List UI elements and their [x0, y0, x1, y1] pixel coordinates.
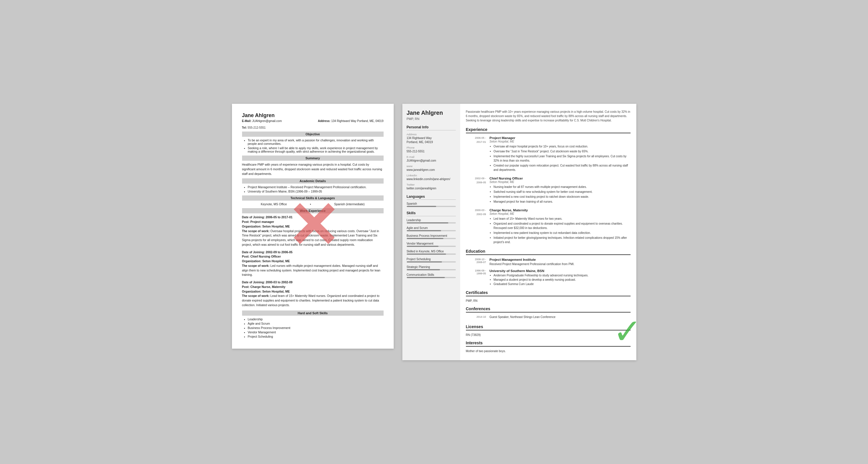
- exp-bullets-2: Nursing leader for all 87 nurses with mu…: [490, 185, 630, 204]
- edu-details-2: University of Southern Maine, BSN Anders…: [490, 269, 630, 286]
- spanish-bar: [407, 206, 456, 207]
- objective-header: Objective: [242, 132, 383, 137]
- academic-list: Project Management Institute – Received …: [242, 185, 383, 193]
- exp-entry-3: 2000-03 - 2002-09 Charge Nurse, Maternit…: [466, 208, 630, 245]
- languages-section: Languages Spanish: [407, 195, 456, 207]
- hard-soft-1: Leadership: [248, 317, 383, 321]
- address-value: 134 Rightward WayPortland, ME, 04019: [407, 136, 456, 144]
- skill-vendor: Vendor Management: [407, 242, 456, 247]
- exp-bullets-3: Led team of 15+ Maternity Ward nurses fo…: [490, 216, 630, 244]
- int-title: Interests: [466, 341, 630, 347]
- exp-details-1: Project Manager Seton Hospital, ME Overs…: [490, 136, 630, 173]
- hard-soft-5: Project Scheduling: [248, 335, 383, 338]
- left-address: Address: 134 Rightward Way Portland, ME,…: [318, 119, 383, 123]
- work-entry-2: Date of Joining: 2002-09 to 2006-05 Post…: [242, 250, 383, 278]
- academic-item-1: Project Management Institute – Received …: [248, 185, 383, 189]
- www-label: www: [407, 165, 456, 168]
- summary-text: Healthcare PMP with years of experience …: [242, 163, 383, 176]
- twitter-label: Twitter: [407, 183, 456, 186]
- edu-bullets-2: Andersen Postgraduate Fellowship to stud…: [490, 273, 630, 286]
- left-resume: ✕ Jane Ahlgren E-Mail: JUAhlgren@gmail.c…: [232, 104, 394, 349]
- personal-info-title: Personal Info: [407, 125, 456, 130]
- edu-entry-1: 2008-10 - 2008-07 Project Management Ins…: [466, 258, 630, 266]
- exp-bullets-1: Oversaw all major hospital projects for …: [490, 144, 630, 172]
- cert-pmp: PMP, RN: [466, 299, 630, 302]
- twitter-value: twitter.com/janeahlgren: [407, 186, 456, 191]
- linkedin-label: LinkedIn: [407, 174, 456, 177]
- phone-label: Phone: [407, 146, 456, 149]
- skill-communication: Communication Skills: [407, 273, 456, 278]
- left-tel: Tel: 555-212-5551: [242, 126, 383, 129]
- address-label: Address: [407, 133, 456, 136]
- skill-2: Spanish (intermediate): [334, 202, 365, 206]
- left-email: E-Mail: JUAhlgren@gmail.com: [242, 119, 282, 123]
- skills-section: Skills Leadership Agile and Scrum Busine…: [407, 211, 456, 278]
- lic-rn: RN (73829): [466, 333, 630, 337]
- phone-value: 555-212-5551: [407, 149, 456, 153]
- exp-entry-1: 2006-05 - 2017-01 Project Manager Seton …: [466, 136, 630, 173]
- linkedin-value: www.linkedin.com/in/jane-ahlgren/: [407, 177, 456, 181]
- exp-details-2: Chief Nursing Officer Seton Hospital, ME…: [490, 177, 630, 204]
- work-entry-1: Date of Joining: 2006-05 to 2017-01 Post…: [242, 215, 383, 247]
- education-title: Education: [466, 249, 630, 255]
- cert-title: Certificates: [466, 290, 630, 296]
- skill-leadership: Leadership: [407, 219, 456, 224]
- hard-soft-header: Hard and Soft Skills: [242, 311, 383, 316]
- work-header: Work Experience: [242, 208, 383, 213]
- edu-entry-2: 1996-09 - 1999-05 University of Southern…: [466, 269, 630, 286]
- work-entry-3: Date of Joining: 2000-03 to 2002-09 Post…: [242, 280, 383, 308]
- page-container: ✕ Jane Ahlgren E-Mail: JUAhlgren@gmail.c…: [232, 104, 636, 360]
- skills-row: Keynote, MS Office • Spanish (intermedia…: [242, 202, 383, 206]
- objective-item-2: Seeking a role, where I will be able to …: [248, 146, 383, 153]
- left-name: Jane Ahlgren: [242, 112, 383, 119]
- spanish-skill: Spanish: [407, 202, 456, 207]
- personal-info-section: Personal Info Address 134 Rightward WayP…: [407, 125, 456, 191]
- academic-item-2: University of Southern Maine, BSN (1996-…: [248, 190, 383, 193]
- edu-details-1: Project Management Institute Received Pr…: [490, 258, 630, 266]
- skill-project-scheduling: Project Scheduling: [407, 258, 456, 262]
- experience-title: Experience: [466, 127, 630, 133]
- email-value: JUAhlgren@gmail.com: [407, 159, 456, 163]
- right-main: Passionate healthcare PMP with 10+ years…: [460, 104, 636, 360]
- conf-title: Conferences: [466, 307, 630, 313]
- spanish-label: Spanish: [407, 202, 456, 205]
- objective-list: To be an expert in my area of work, with…: [242, 139, 383, 153]
- hard-soft-list: Leadership Agile and Scrum Business Proc…: [242, 317, 383, 338]
- exp-dates-3: 2000-03 - 2002-09: [466, 208, 486, 245]
- right-resume: ✓ Jane Ahlgren PMP, RN Personal Info Add…: [402, 104, 636, 360]
- conf-entry-1: 2014-10 Guest Speaker, Northeast Shingo …: [466, 315, 630, 320]
- languages-title: Languages: [407, 195, 456, 200]
- skills-title: Skills: [407, 211, 456, 216]
- skill-agile: Agile and Scrum: [407, 226, 456, 231]
- hard-soft-2: Agile and Scrum: [248, 322, 383, 325]
- edu-dates-2: 1996-09 - 1999-05: [466, 269, 486, 286]
- right-sidebar: Jane Ahlgren PMP, RN Personal Info Addre…: [402, 104, 460, 360]
- skill-1: Keynote, MS Office: [261, 202, 287, 206]
- summary-header: Summary: [242, 155, 383, 161]
- hard-soft-4: Vendor Management: [248, 330, 383, 334]
- exp-dates-1: 2006-05 - 2017-01: [466, 136, 486, 173]
- int-1: Mother of two passionate boys.: [466, 350, 630, 353]
- hard-soft-3: Business Process Improvement: [248, 326, 383, 329]
- exp-dates-2: 2002-09 - 2006-05: [466, 177, 486, 204]
- exp-entry-2: 2002-09 - 2006-05 Chief Nursing Officer …: [466, 177, 630, 204]
- right-summary: Passionate healthcare PMP with 10+ years…: [466, 110, 630, 123]
- spanish-bar-fill: [407, 206, 436, 207]
- exp-details-3: Charge Nurse, Maternity Seton Hospital, …: [490, 208, 630, 245]
- edu-dates-1: 2008-10 - 2008-07: [466, 258, 486, 266]
- lic-title: Licenses: [466, 324, 630, 330]
- right-name: Jane Ahlgren: [407, 110, 456, 116]
- technical-header: Technical Skills & Languages: [242, 196, 383, 201]
- right-title: PMP, RN: [407, 117, 456, 121]
- skill-strategic: Strategic Planning: [407, 265, 456, 270]
- email-label: E-mail: [407, 155, 456, 158]
- objective-item-1: To be an expert in my area of work, with…: [248, 139, 383, 145]
- skill-bpi: Business Process Improvement: [407, 234, 456, 239]
- academic-header: Academic Details: [242, 178, 383, 183]
- www-value: www.janeahlgren.com: [407, 168, 456, 172]
- skill-keynote: Skilled in Keynote, MS Office: [407, 250, 456, 255]
